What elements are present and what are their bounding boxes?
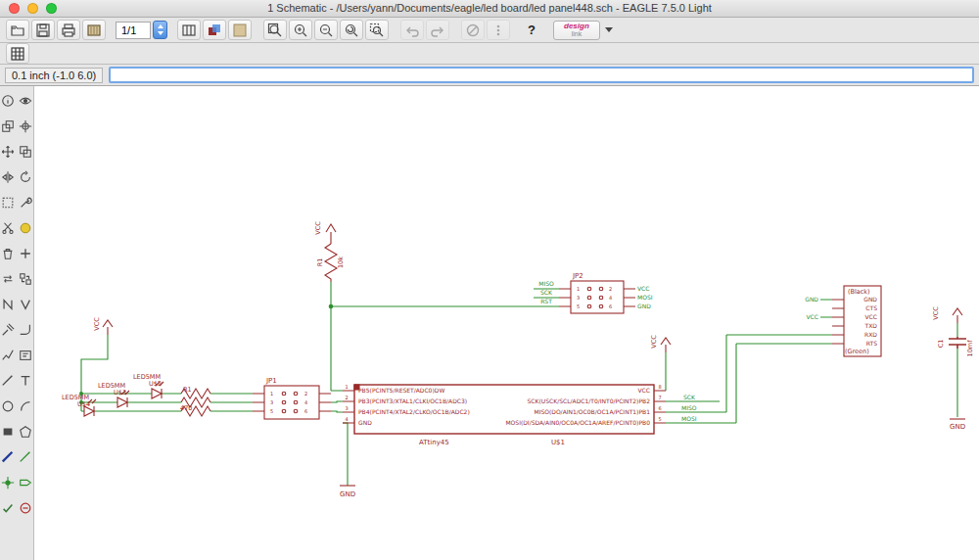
cut-tool[interactable] bbox=[1, 221, 16, 236]
design-link-dropdown-icon[interactable] bbox=[605, 27, 613, 32]
pinswap-tool[interactable] bbox=[1, 272, 16, 287]
text-icon bbox=[19, 374, 32, 388]
command-bar: 0.1 inch (-1.0 6.0) bbox=[0, 65, 979, 86]
command-input[interactable] bbox=[109, 67, 974, 83]
grid-icon bbox=[10, 46, 25, 62]
delete-tool[interactable] bbox=[1, 247, 16, 261]
mirror-icon bbox=[1, 170, 15, 184]
run-ulp-button[interactable] bbox=[487, 20, 510, 40]
gnd-label-right: GND bbox=[950, 423, 965, 431]
net-tool[interactable] bbox=[19, 450, 33, 465]
ic-pinnum-2: 2 bbox=[345, 395, 348, 400]
close-button[interactable] bbox=[9, 3, 20, 14]
zoom-fit-button[interactable] bbox=[263, 20, 287, 40]
erc-tool[interactable] bbox=[1, 501, 16, 516]
eye-icon bbox=[19, 94, 32, 108]
polygon-tool[interactable] bbox=[19, 425, 33, 440]
info-tool[interactable] bbox=[1, 94, 16, 109]
canvas-color-button[interactable] bbox=[228, 20, 252, 40]
ic-pin-right-0: VCC bbox=[638, 387, 650, 394]
rotate-tool[interactable] bbox=[19, 170, 33, 185]
save-icon bbox=[35, 23, 51, 38]
undo-button[interactable] bbox=[400, 20, 424, 40]
vcc-label-left: VCC bbox=[93, 317, 101, 331]
zoom-in-button[interactable] bbox=[289, 20, 312, 40]
vcc-symbol-ic bbox=[661, 338, 671, 352]
redo-button[interactable] bbox=[426, 20, 449, 40]
ic-value: ATtiny45 bbox=[419, 439, 449, 446]
arc-tool[interactable] bbox=[19, 399, 33, 414]
canvas-color-icon bbox=[232, 23, 248, 38]
layers-button[interactable] bbox=[203, 20, 226, 40]
circle-tool[interactable] bbox=[1, 399, 16, 414]
jp1-pinnum-3: 3 bbox=[270, 399, 273, 405]
name-icon bbox=[1, 298, 15, 311]
text-tool[interactable] bbox=[19, 374, 33, 389]
zoom-select-button[interactable] bbox=[365, 20, 389, 40]
replace-tool[interactable] bbox=[19, 272, 33, 287]
design-link-button[interactable]: design link bbox=[553, 21, 600, 40]
zoom-redraw-icon bbox=[344, 23, 359, 38]
vcc-symbol-left bbox=[103, 320, 113, 335]
cap-c1 bbox=[949, 337, 966, 349]
net-mosi-jp2: MOSI bbox=[637, 294, 653, 301]
schematic-drawing: VCC R1 10k VCC VCC VCC C1 10mf JP2 JP1 A… bbox=[35, 86, 979, 560]
sheet-combobox[interactable]: 1/1 bbox=[116, 21, 167, 39]
group-tool[interactable] bbox=[1, 196, 16, 210]
copy-tool[interactable] bbox=[19, 145, 33, 160]
paste-tool[interactable] bbox=[19, 221, 33, 236]
help-button[interactable]: ? bbox=[522, 23, 541, 37]
stop-button[interactable] bbox=[461, 20, 485, 40]
jp2-pinnum-6: 6 bbox=[609, 303, 612, 309]
add-tool[interactable] bbox=[19, 247, 33, 261]
print-button[interactable] bbox=[57, 20, 80, 40]
bus-tool[interactable] bbox=[1, 450, 16, 465]
invoke-tool[interactable] bbox=[19, 349, 33, 363]
change-tool[interactable] bbox=[19, 196, 33, 210]
mark-tool[interactable] bbox=[19, 119, 33, 134]
jp1-pinnum-1: 1 bbox=[270, 391, 273, 397]
sheet-stepper[interactable] bbox=[153, 21, 167, 39]
ic-pinnum-6: 6 bbox=[658, 405, 661, 411]
grid-settings-button[interactable] bbox=[6, 43, 29, 64]
zoom-out-button[interactable] bbox=[314, 20, 338, 40]
ic-pin-right-1: SCK(USCK/SCL/ADC1/T0/INT0/PCINT2)PB2 bbox=[528, 397, 651, 404]
name-tool[interactable] bbox=[1, 298, 16, 312]
rled-value: 470 bbox=[180, 404, 192, 412]
serial-pin-rxd: RXD bbox=[864, 331, 877, 338]
smash-tool[interactable] bbox=[1, 323, 16, 338]
wire-tool[interactable] bbox=[1, 374, 16, 389]
mirror-tool[interactable] bbox=[1, 170, 16, 185]
open-button[interactable] bbox=[6, 20, 29, 40]
show-tool[interactable] bbox=[19, 94, 33, 109]
jp2-pinnum-5: 5 bbox=[577, 303, 580, 309]
jp1-pinnum-2: 2 bbox=[304, 391, 307, 397]
led2-name: U$2 bbox=[149, 380, 162, 388]
minimize-button[interactable] bbox=[27, 3, 38, 14]
errors-tool[interactable] bbox=[19, 501, 33, 516]
vcc-label-right: VCC bbox=[932, 306, 940, 320]
zoom-redraw-button[interactable] bbox=[340, 20, 363, 40]
serial-pin-vcc: VCC bbox=[865, 313, 877, 320]
net-vcc-serial: VCC bbox=[807, 313, 818, 320]
display-tool[interactable] bbox=[1, 119, 16, 134]
junction-tool[interactable] bbox=[1, 476, 16, 490]
rect-tool[interactable] bbox=[1, 425, 16, 440]
miter-tool[interactable] bbox=[19, 323, 33, 338]
schematic-canvas[interactable]: VCC R1 10k VCC VCC VCC C1 10mf JP2 JP1 A… bbox=[35, 86, 979, 560]
maximize-button[interactable] bbox=[46, 3, 57, 14]
layers-icon bbox=[207, 23, 222, 38]
move-tool[interactable] bbox=[1, 145, 16, 160]
ic-pin-left-2: PB4(PCINT4/XTAL2/CLKO/OC1B/ADC2) bbox=[358, 408, 470, 415]
label-tool[interactable] bbox=[19, 476, 33, 490]
save-button[interactable] bbox=[31, 20, 55, 40]
split-tool[interactable] bbox=[1, 349, 16, 363]
value-tool[interactable] bbox=[19, 298, 33, 312]
switch-board-button[interactable] bbox=[82, 20, 106, 40]
window-title: 1 Schematic - /Users/yann/Documents/eagl… bbox=[267, 2, 712, 14]
zoom-select-icon bbox=[369, 23, 385, 38]
columns-view-button[interactable] bbox=[177, 20, 201, 40]
vcc-label-ic: VCC bbox=[650, 335, 658, 349]
r1-value: 10k bbox=[337, 257, 345, 268]
bus-icon bbox=[1, 450, 15, 464]
